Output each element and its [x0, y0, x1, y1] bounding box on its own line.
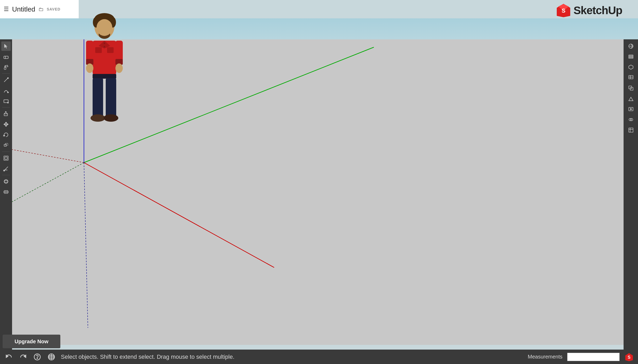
- svg-marker-40: [4, 112, 8, 114]
- rotate-tool[interactable]: [1, 130, 11, 140]
- svg-line-8: [84, 163, 88, 328]
- sandbox-tools-panel[interactable]: [626, 94, 636, 103]
- svg-rect-27: [93, 74, 116, 79]
- svg-point-61: [4, 180, 8, 182]
- svg-rect-62: [4, 191, 8, 193]
- svg-marker-46: [5, 122, 7, 123]
- sketchup-logo: S SketchUp: [556, 3, 622, 18]
- svg-point-30: [91, 114, 105, 122]
- materials-panel[interactable]: [626, 41, 636, 51]
- svg-text:S: S: [628, 355, 631, 360]
- svg-point-56: [3, 170, 5, 171]
- section-tool[interactable]: [1, 187, 11, 197]
- svg-rect-66: [629, 55, 633, 56]
- svg-point-35: [8, 78, 9, 79]
- svg-line-34: [4, 78, 8, 82]
- svg-point-36: [8, 92, 9, 93]
- paint-tool[interactable]: [1, 62, 11, 72]
- measurements-input[interactable]: [567, 353, 620, 361]
- left-toolbar: [0, 39, 12, 350]
- push-pull-tool[interactable]: [1, 109, 11, 119]
- svg-point-80: [630, 118, 633, 121]
- svg-marker-49: [7, 124, 8, 125]
- document-title: Untitled: [12, 5, 35, 13]
- svg-rect-28: [93, 78, 103, 117]
- upgrade-now-button[interactable]: Upgrade Now: [3, 335, 60, 348]
- svg-rect-39: [4, 114, 8, 116]
- svg-rect-18: [107, 47, 114, 53]
- layers-panel[interactable]: [626, 52, 636, 61]
- extension-manager-panel[interactable]: [626, 125, 636, 135]
- sketchup-logo-icon: S: [556, 3, 571, 18]
- svg-point-60: [4, 180, 8, 184]
- svg-text:S: S: [562, 7, 566, 14]
- orbit-tool[interactable]: [1, 177, 11, 186]
- svg-line-5: [84, 163, 274, 267]
- svg-rect-53: [4, 156, 8, 160]
- svg-rect-17: [95, 47, 102, 53]
- svg-marker-75: [629, 97, 633, 101]
- redo-button[interactable]: [18, 352, 28, 362]
- svg-point-38: [8, 102, 9, 103]
- styles-panel[interactable]: [626, 115, 636, 124]
- top-bar: ☰ Untitled 🗀 SAVED: [0, 0, 79, 18]
- menu-button[interactable]: ☰: [4, 6, 9, 13]
- arc-tool[interactable]: [1, 86, 11, 95]
- svg-marker-47: [5, 126, 7, 127]
- globe-button[interactable]: [47, 352, 56, 362]
- select-tool[interactable]: [1, 41, 11, 51]
- svg-rect-32: [4, 56, 8, 58]
- file-icon: 🗀: [38, 6, 44, 12]
- svg-point-20: [104, 46, 105, 47]
- svg-point-26: [115, 63, 123, 73]
- svg-marker-78: [630, 108, 632, 110]
- svg-rect-54: [5, 157, 7, 159]
- saved-badge: SAVED: [47, 7, 60, 11]
- svg-rect-68: [629, 57, 633, 58]
- offset-tool[interactable]: [1, 153, 11, 163]
- status-text: Select objects. Shift to extend select. …: [61, 354, 523, 360]
- undo-button[interactable]: [4, 352, 14, 362]
- tape-tool[interactable]: [1, 164, 11, 173]
- svg-rect-29: [106, 78, 116, 117]
- components-panel[interactable]: [626, 62, 636, 72]
- svg-rect-51: [4, 144, 7, 146]
- move-tool[interactable]: [1, 120, 11, 129]
- svg-marker-48: [4, 124, 5, 125]
- human-figure: [78, 13, 131, 126]
- line-tool[interactable]: [1, 75, 11, 85]
- shape-tool[interactable]: [1, 96, 11, 106]
- logo-text: SketchUp: [573, 4, 622, 17]
- person-svg: [78, 13, 131, 126]
- svg-point-31: [104, 114, 118, 122]
- svg-point-87: [37, 358, 38, 358]
- scale-tool[interactable]: [1, 141, 11, 150]
- svg-line-4: [12, 163, 84, 202]
- 3d-warehouse-panel[interactable]: [626, 73, 636, 82]
- svg-rect-81: [629, 128, 633, 132]
- svg-point-25: [86, 63, 93, 73]
- scenes-panel[interactable]: [626, 104, 636, 114]
- bottom-bar: Select objects. Shift to extend select. …: [0, 350, 638, 364]
- sketchup-badge: S: [624, 352, 634, 362]
- help-button[interactable]: [33, 352, 42, 362]
- svg-marker-50: [3, 135, 5, 136]
- svg-point-19: [104, 42, 105, 44]
- right-toolbar: [624, 39, 638, 350]
- measurements-label: Measurements: [528, 354, 562, 360]
- svg-line-6: [12, 149, 84, 163]
- eraser-tool[interactable]: [1, 52, 11, 61]
- svg-rect-67: [629, 56, 633, 57]
- solid-tools-panel[interactable]: [626, 83, 636, 93]
- svg-marker-69: [629, 65, 633, 69]
- svg-point-14: [97, 19, 112, 36]
